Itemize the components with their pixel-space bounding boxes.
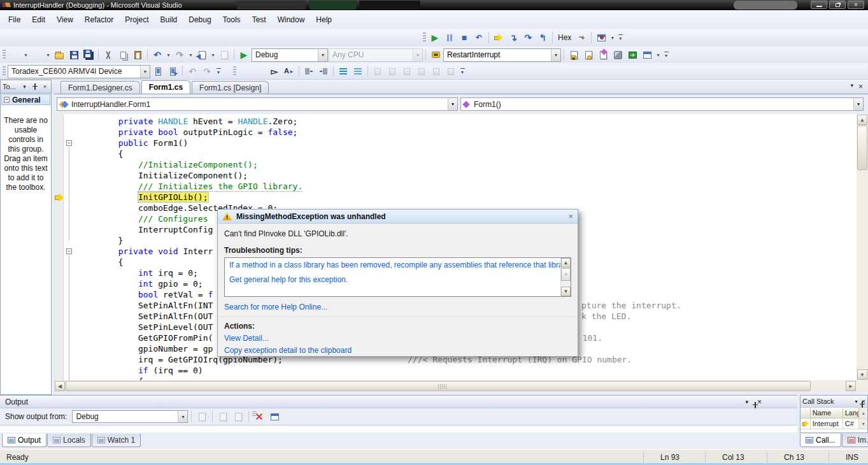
toolbar-overflow-button[interactable]: ▾ bbox=[215, 66, 222, 77]
close-document-button[interactable]: × bbox=[858, 82, 863, 91]
scroll-left-button[interactable]: ◀ bbox=[55, 381, 65, 391]
toolbar-grip[interactable] bbox=[3, 50, 6, 60]
solution-platform-combo[interactable]: Any CPU ▾ bbox=[329, 48, 423, 62]
previous-message-button[interactable] bbox=[216, 410, 230, 423]
step-into-button[interactable]: ↴ bbox=[506, 31, 520, 44]
toolbar-grip[interactable] bbox=[423, 32, 426, 43]
tab-call-stack[interactable]: Call... bbox=[800, 434, 841, 447]
window-position-menu-button[interactable]: ▾ bbox=[855, 399, 858, 404]
toolbar-grip[interactable] bbox=[233, 66, 236, 76]
breakpoint-gutter[interactable] bbox=[54, 114, 64, 380]
collapse-group-icon[interactable]: − bbox=[4, 97, 10, 103]
find-message-in-code-button[interactable] bbox=[195, 410, 209, 423]
connect-to-device-button[interactable]: ► bbox=[166, 65, 180, 78]
tab-locals[interactable]: Locals bbox=[47, 434, 91, 447]
cut-button[interactable] bbox=[101, 48, 115, 61]
close-output-button[interactable]: × bbox=[757, 397, 762, 406]
scroll-up-button[interactable]: ▲ bbox=[561, 258, 571, 268]
menu-view[interactable]: View bbox=[51, 13, 79, 27]
toggle-word-wrap-button[interactable] bbox=[267, 410, 281, 423]
increase-indent-button[interactable] bbox=[317, 65, 331, 78]
editor-vertical-scrollbar[interactable]: ▲ ▼ bbox=[857, 114, 868, 380]
previous-bookmark-button[interactable] bbox=[385, 65, 399, 78]
chevron-down-icon[interactable]: ▾ bbox=[187, 48, 194, 61]
step-over-button[interactable]: ↷ bbox=[521, 31, 535, 44]
clear-bookmarks-button[interactable] bbox=[444, 65, 458, 78]
clear-all-output-button[interactable] bbox=[252, 410, 266, 423]
breakpoints-button[interactable]: ~+ bbox=[574, 31, 588, 44]
object-browser-button[interactable] bbox=[596, 48, 610, 61]
menu-edit[interactable]: Edit bbox=[26, 13, 51, 27]
toolbar-overflow-button[interactable]: ▾ bbox=[662, 49, 670, 61]
close-toolbox-button[interactable]: × bbox=[41, 83, 49, 91]
step-out-button[interactable]: ↰ bbox=[536, 31, 550, 44]
restart-button[interactable]: ↶ bbox=[472, 31, 486, 44]
continue-button[interactable]: ▶ bbox=[428, 31, 442, 44]
copy-exception-detail-link[interactable]: Copy exception detail to the clipboard bbox=[224, 346, 571, 355]
window-position-menu-button[interactable]: ▾ bbox=[745, 399, 748, 405]
previous-bookmark-in-folder-button[interactable] bbox=[415, 65, 429, 78]
toolbox-button[interactable] bbox=[611, 48, 625, 61]
rotate-right-button[interactable]: ↷ bbox=[200, 65, 214, 78]
chevron-down-icon[interactable]: ▾ bbox=[165, 48, 172, 61]
tab-immediate-window[interactable]: Im... bbox=[842, 434, 868, 447]
next-bookmark-in-folder-button[interactable] bbox=[429, 65, 443, 78]
tips-scrollbar[interactable]: ▲ ≡ ▼ bbox=[560, 258, 571, 296]
name-column-header[interactable]: Name bbox=[811, 408, 843, 418]
output-content[interactable] bbox=[0, 425, 797, 433]
call-stack-header[interactable]: Call Stack ▾ × bbox=[800, 396, 867, 408]
scroll-thumb[interactable]: ≡ bbox=[561, 268, 571, 281]
restore-button[interactable] bbox=[829, 1, 846, 9]
stop-debugging-button[interactable]: ■ bbox=[457, 31, 471, 44]
scroll-down-button[interactable]: ▼ bbox=[857, 369, 867, 380]
tab-output[interactable]: Output bbox=[2, 434, 46, 447]
toolbox-group-general[interactable]: − General bbox=[1, 94, 50, 105]
menu-test[interactable]: Test bbox=[246, 13, 272, 27]
output-source-combo[interactable]: Debug ▾ bbox=[72, 410, 188, 423]
menu-project[interactable]: Project bbox=[119, 13, 154, 27]
find-input[interactable] bbox=[447, 50, 543, 59]
navigate-forward-button[interactable] bbox=[217, 48, 231, 61]
scroll-up-button[interactable]: ▲ bbox=[857, 115, 867, 125]
display-parameter-info-button[interactable] bbox=[253, 65, 267, 78]
members-dropdown[interactable]: Form1() ▾ bbox=[460, 97, 864, 111]
add-new-item-button[interactable] bbox=[30, 48, 44, 61]
uncomment-selection-button[interactable] bbox=[351, 65, 365, 78]
toolbar-overflow-button[interactable]: ▾ bbox=[616, 32, 624, 43]
tab-form1-cs-design[interactable]: Form1.cs [Design] bbox=[192, 81, 269, 94]
next-bookmark-button[interactable] bbox=[400, 65, 414, 78]
menu-file[interactable]: File bbox=[3, 13, 26, 27]
toolbox-pane-header[interactable]: To... ▾ × bbox=[0, 80, 52, 94]
tab-watch-1[interactable]: Watch 1 bbox=[92, 434, 141, 447]
menu-tools[interactable]: Tools bbox=[217, 13, 246, 27]
output-panel-header[interactable]: Output ▾ × bbox=[0, 396, 797, 408]
open-file-button[interactable] bbox=[52, 48, 66, 61]
device-options-button[interactable] bbox=[151, 65, 165, 78]
scroll-down-button[interactable]: ▼ bbox=[561, 287, 571, 296]
hex-display-button[interactable]: Hex bbox=[555, 33, 574, 42]
call-stack-row[interactable]: Interrupt C# ▼ bbox=[800, 418, 867, 429]
redo-button[interactable]: ↷ bbox=[173, 48, 187, 61]
menu-build[interactable]: Build bbox=[155, 13, 183, 27]
menu-window[interactable]: Window bbox=[272, 13, 311, 27]
active-files-menu-button[interactable]: ▾ bbox=[850, 82, 853, 91]
properties-window-button[interactable] bbox=[581, 48, 595, 61]
solution-configuration-combo[interactable]: Debug ▾ bbox=[252, 48, 328, 62]
tip-link-recompile[interactable]: If a method in a class library has been … bbox=[229, 261, 557, 269]
navigate-backward-button[interactable]: ◀ bbox=[195, 48, 209, 61]
output-window-button[interactable] bbox=[594, 31, 608, 44]
scroll-up-button[interactable]: ▲ bbox=[859, 408, 867, 418]
display-word-completion-button[interactable]: A► bbox=[282, 65, 296, 78]
save-all-button[interactable] bbox=[82, 48, 96, 61]
command-window-button[interactable] bbox=[640, 48, 654, 61]
comment-selection-button[interactable] bbox=[336, 65, 350, 78]
undo-button[interactable]: ↶ bbox=[150, 48, 164, 61]
close-button[interactable]: × bbox=[848, 1, 864, 9]
fold-collapse-icon[interactable]: − bbox=[66, 140, 72, 146]
chevron-down-icon[interactable]: ▾ bbox=[22, 48, 29, 61]
display-member-list-button[interactable] bbox=[238, 65, 252, 78]
exception-dialog-header[interactable]: ! MissingMethodException was unhandled × bbox=[218, 210, 578, 224]
find-combo[interactable]: ▾ bbox=[443, 48, 561, 62]
menu-debug[interactable]: Debug bbox=[183, 13, 217, 27]
tab-form1-designer-cs[interactable]: Form1.Designer.cs bbox=[60, 81, 140, 94]
